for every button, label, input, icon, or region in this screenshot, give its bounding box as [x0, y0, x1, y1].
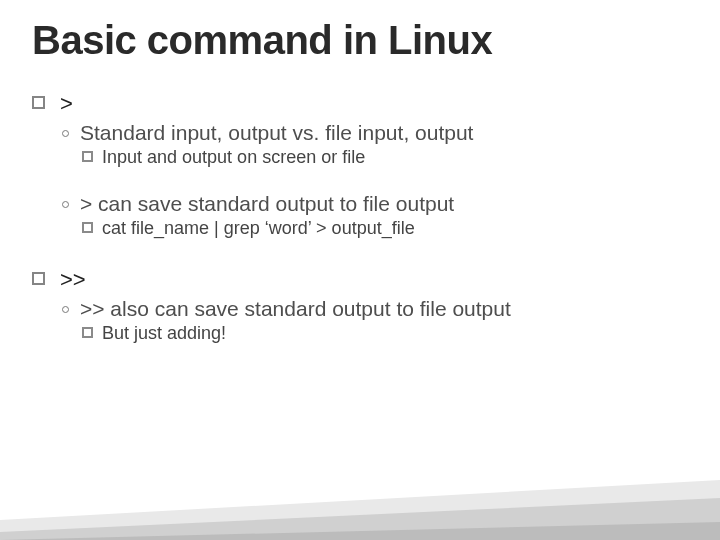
subbullet-append-stdout: >> also can save standard output to file… [32, 297, 688, 321]
square-bullet-icon [82, 327, 93, 338]
subsubbullet-text: But just adding! [102, 323, 226, 343]
circle-bullet-icon [62, 130, 69, 137]
subbullet-text: Standard input, output vs. file input, o… [80, 121, 473, 144]
subbullet-text: > can save standard output to file outpu… [80, 192, 454, 215]
square-bullet-icon [32, 96, 45, 109]
svg-marker-0 [0, 480, 720, 540]
subbullet-stdio-vs-file: Standard input, output vs. file input, o… [32, 121, 688, 145]
subsubbullet-text: cat file_name | grep ‘word’ > output_fil… [102, 218, 415, 238]
bullet-text: > [60, 91, 73, 116]
svg-marker-2 [0, 522, 720, 540]
bullet-append: >> [32, 267, 688, 293]
subsubbullet-just-adding: But just adding! [32, 323, 688, 344]
subbullet-save-stdout: > can save standard output to file outpu… [32, 192, 688, 216]
subsubbullet-text: Input and output on screen or file [102, 147, 365, 167]
bullet-text: >> [60, 267, 86, 292]
circle-bullet-icon [62, 201, 69, 208]
subsubbullet-cat-grep-example: cat file_name | grep ‘word’ > output_fil… [32, 218, 688, 239]
slide-title: Basic command in Linux [32, 18, 688, 63]
square-bullet-icon [82, 151, 93, 162]
slide: Basic command in Linux > Standard input,… [0, 0, 720, 344]
svg-marker-1 [0, 498, 720, 540]
decorative-wedge [0, 450, 720, 540]
square-bullet-icon [82, 222, 93, 233]
square-bullet-icon [32, 272, 45, 285]
bullet-redirect: > [32, 91, 688, 117]
subbullet-text: >> also can save standard output to file… [80, 297, 511, 320]
subsubbullet-io-screen-file: Input and output on screen or file [32, 147, 688, 168]
circle-bullet-icon [62, 306, 69, 313]
